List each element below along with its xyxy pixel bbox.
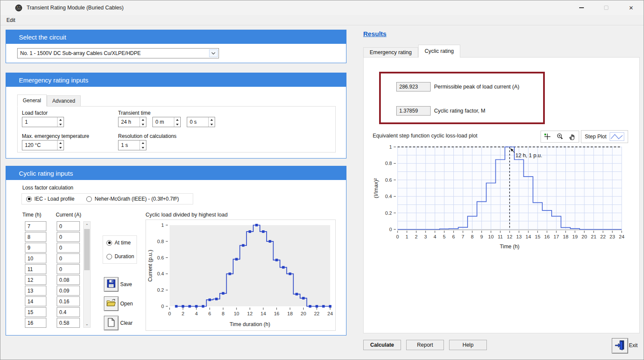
tab-advanced[interactable]: Advanced bbox=[47, 95, 81, 107]
time-cell-input[interactable] bbox=[25, 286, 46, 296]
resolution-down[interactable] bbox=[140, 145, 146, 150]
resolution-stepper[interactable]: 1 s bbox=[118, 140, 146, 150]
load-factor-down[interactable] bbox=[58, 122, 64, 127]
radio-duration-icon bbox=[106, 254, 112, 259]
svg-text:22: 22 bbox=[314, 311, 319, 316]
radio-duration[interactable]: Duration bbox=[106, 253, 134, 259]
time-cell-input[interactable] bbox=[25, 307, 46, 317]
app-icon bbox=[15, 4, 22, 12]
close-button[interactable]: ✕ bbox=[619, 0, 644, 15]
clear-button-label: Clear bbox=[120, 320, 133, 326]
time-cell-input[interactable] bbox=[25, 243, 46, 253]
menubar: Edit bbox=[0, 15, 644, 25]
load-profile-chart: 02468101214161820222400.20.40.60.81Time … bbox=[146, 220, 335, 330]
calculate-button[interactable]: Calculate bbox=[363, 340, 401, 350]
time-cell-input[interactable] bbox=[25, 296, 46, 306]
select-circuit-header: Select the circuit bbox=[6, 30, 346, 44]
cyclic-inputs-header: Cyclic rating inputs bbox=[6, 166, 346, 180]
exit-button[interactable] bbox=[612, 338, 628, 354]
transient-minutes-stepper[interactable]: 0 m bbox=[152, 117, 181, 127]
current-cell-input[interactable] bbox=[57, 296, 80, 306]
current-cell-input[interactable] bbox=[57, 307, 80, 317]
load-factor-stepper[interactable]: 1 bbox=[22, 117, 64, 127]
results-heading[interactable]: Results bbox=[363, 30, 386, 37]
transient-hours-up[interactable] bbox=[140, 117, 146, 122]
transient-hours-stepper[interactable]: 24 h bbox=[118, 117, 146, 127]
emergency-inputs-header: Emergency rating inputs bbox=[6, 73, 346, 87]
transient-minutes-up[interactable] bbox=[174, 117, 180, 122]
svg-text:16: 16 bbox=[544, 234, 550, 239]
svg-text:5: 5 bbox=[443, 234, 446, 239]
time-cell-input[interactable] bbox=[25, 275, 46, 285]
tab-cyclic-rating[interactable]: Cyclic rating bbox=[418, 45, 460, 58]
max-temp-stepper[interactable]: 120 °C bbox=[22, 140, 64, 150]
scroll-up-icon[interactable]: ⌃ bbox=[84, 222, 90, 229]
svg-text:0.2: 0.2 bbox=[157, 287, 164, 293]
svg-text:19: 19 bbox=[572, 234, 578, 239]
circuit-select[interactable]: No. 1 - 1500V DC Sub-array Cables Cu/XLP… bbox=[17, 48, 219, 58]
svg-text:0: 0 bbox=[396, 234, 399, 239]
exit-door-icon bbox=[614, 339, 626, 352]
maximize-button[interactable] bbox=[594, 0, 619, 15]
cyclic-factor-label: Cyclic rating factor, M bbox=[434, 108, 485, 114]
transient-hours-down[interactable] bbox=[140, 122, 146, 127]
load-factor-value: 1 bbox=[22, 117, 57, 127]
table-scrollbar[interactable]: ⌃ ⌄ bbox=[83, 221, 91, 328]
help-button[interactable]: Help bbox=[449, 340, 487, 350]
circuit-select-value: No. 1 - 1500V DC Sub-array Cables Cu/XLP… bbox=[18, 50, 209, 56]
max-temp-up[interactable] bbox=[58, 140, 64, 145]
transient-seconds-down[interactable] bbox=[209, 122, 215, 127]
radio-iec-load-profile[interactable]: IEC - Load profile bbox=[26, 196, 74, 202]
transient-minutes-down[interactable] bbox=[174, 122, 180, 127]
clear-button[interactable] bbox=[104, 316, 118, 330]
current-cell-input[interactable] bbox=[57, 318, 80, 328]
tab-emergency-rating[interactable]: Emergency rating bbox=[363, 47, 418, 58]
svg-text:Time (h): Time (h) bbox=[500, 244, 519, 250]
emergency-inputs-panel: Emergency rating inputs General Advanced… bbox=[6, 73, 346, 159]
blank-page-icon bbox=[107, 318, 115, 329]
current-cell-input[interactable] bbox=[57, 264, 80, 274]
load-factor-label: Load factor bbox=[22, 110, 48, 116]
time-cell-input[interactable] bbox=[25, 318, 46, 328]
time-cell-input[interactable] bbox=[25, 264, 46, 274]
current-cell-input[interactable] bbox=[57, 253, 80, 263]
svg-text:24: 24 bbox=[619, 234, 625, 239]
save-button-label: Save bbox=[120, 281, 132, 287]
minimize-button[interactable] bbox=[569, 0, 594, 15]
radio-neher-mcgrath[interactable]: Neher-McGrath (IEEE) - (0.3lf+0.7lf²) bbox=[86, 196, 179, 202]
svg-text:15: 15 bbox=[535, 234, 541, 239]
svg-text:6: 6 bbox=[208, 311, 211, 316]
resolution-up[interactable] bbox=[140, 140, 146, 145]
step-plot-button[interactable]: Step Plot bbox=[581, 130, 628, 143]
menu-edit[interactable]: Edit bbox=[3, 17, 19, 23]
current-cell-input[interactable] bbox=[57, 232, 80, 242]
save-button[interactable] bbox=[104, 277, 118, 292]
results-tabs: Emergency rating Cyclic rating bbox=[363, 45, 460, 58]
pan-hand-icon[interactable] bbox=[567, 132, 577, 141]
current-cell-input[interactable] bbox=[57, 286, 80, 296]
current-cell-input[interactable] bbox=[57, 221, 80, 231]
svg-text:0: 0 bbox=[389, 227, 392, 232]
tab-general[interactable]: General bbox=[17, 95, 47, 107]
scroll-down-icon[interactable]: ⌄ bbox=[84, 320, 90, 327]
max-temp-down[interactable] bbox=[58, 145, 64, 150]
svg-text:8: 8 bbox=[222, 311, 224, 316]
report-button[interactable]: Report bbox=[406, 340, 444, 350]
radio-at-time[interactable]: At time bbox=[106, 240, 131, 246]
time-cell-input[interactable] bbox=[25, 221, 46, 231]
time-cell-input[interactable] bbox=[25, 232, 46, 242]
zoom-tool-icon[interactable] bbox=[555, 132, 565, 141]
loss-load-chart[interactable]: 0123456789101112131415161718192021222324… bbox=[372, 143, 629, 253]
time-cell-input[interactable] bbox=[25, 253, 46, 263]
current-cell-input[interactable] bbox=[57, 275, 80, 285]
loss-load-chart-title: Equivalent step function cyclic loss-loa… bbox=[373, 133, 477, 139]
scrollbar-thumb[interactable] bbox=[84, 229, 90, 270]
transient-seconds-up[interactable] bbox=[209, 117, 215, 122]
load-factor-up[interactable] bbox=[58, 117, 64, 122]
cursor-tool-icon[interactable] bbox=[542, 132, 553, 141]
transient-seconds-stepper[interactable]: 0 s bbox=[187, 117, 215, 127]
current-cell-input[interactable] bbox=[57, 243, 80, 253]
plot-toolbar bbox=[541, 131, 579, 143]
open-button[interactable] bbox=[104, 296, 118, 311]
time-column bbox=[25, 221, 46, 328]
